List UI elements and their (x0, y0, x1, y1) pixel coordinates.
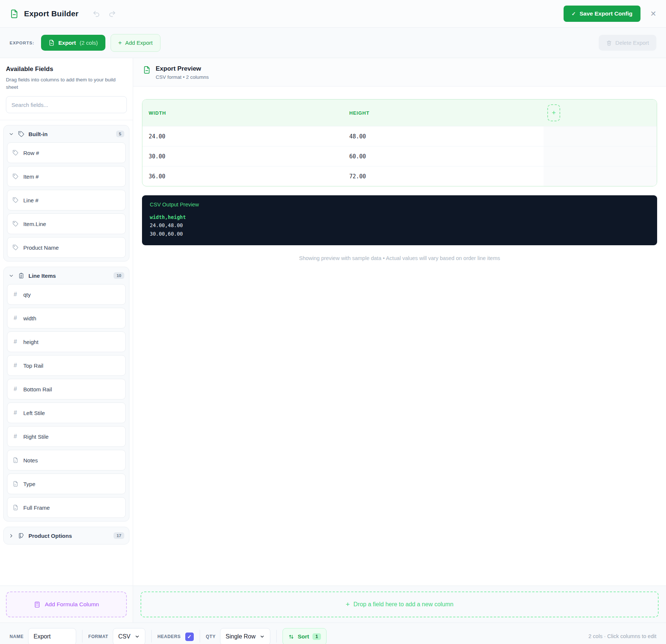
field-item[interactable]: Line # (7, 190, 126, 210)
field-item[interactable]: #Right Stile (7, 426, 126, 447)
format-select[interactable]: CSV (113, 628, 145, 644)
chevron-right-icon (9, 533, 14, 539)
hash-icon: # (12, 386, 18, 392)
export-tab-active[interactable]: Export (2 cols) (41, 35, 105, 51)
section-count-badge: 17 (114, 532, 124, 539)
field-item[interactable]: Item # (7, 166, 126, 187)
field-label: height (23, 339, 38, 345)
chevron-down-icon (9, 273, 14, 279)
field-label: Type (23, 481, 36, 487)
field-label: Row # (23, 150, 39, 156)
delete-export-button[interactable]: Delete Export (599, 35, 656, 51)
add-formula-column-button[interactable]: Add Formula Column (6, 591, 127, 617)
export-preview-panel: Export Preview CSV format • 2 columns WI… (133, 58, 666, 623)
table-row: 36.00 72.00 (142, 166, 657, 186)
headers-checkbox[interactable]: ✓ (185, 633, 194, 641)
field-label: Notes (23, 457, 38, 463)
column-header-width[interactable]: WIDTH (142, 100, 343, 126)
hash-icon: # (12, 362, 18, 369)
preview-caption: Showing preview with sample data • Actua… (142, 255, 657, 261)
csv-line: 24.00,48.00 (150, 221, 649, 229)
section-header-product-options[interactable]: Product Options 17 (4, 527, 129, 544)
section-label: Line Items (28, 273, 56, 279)
section-product-options: Product Options 17 (3, 527, 129, 544)
hash-icon: # (12, 433, 18, 440)
field-item[interactable]: #qty (7, 284, 126, 305)
csv-header-line: width,height (150, 213, 649, 221)
sidebar-title: Available Fields (6, 65, 127, 73)
field-item[interactable]: Full Frame (7, 497, 126, 518)
export-tab-cols: (2 cols) (80, 40, 98, 46)
csv-output-preview: CSV Output Preview width,height 24.00,48… (142, 195, 657, 245)
top-header: Export Builder ✓ Save Export Config ✕ (0, 0, 666, 28)
section-line-items: Line Items 10 #qty #width #height #Top R… (3, 267, 129, 522)
close-icon[interactable]: ✕ (650, 10, 656, 17)
plus-icon: + (346, 600, 350, 608)
divider (82, 630, 82, 643)
preview-title: Export Preview (156, 65, 209, 73)
tag-icon (12, 221, 18, 227)
field-item[interactable]: Item.Line (7, 213, 126, 234)
undo-icon[interactable] (92, 10, 100, 18)
add-export-button[interactable]: + Add Export (111, 34, 160, 52)
table-cell[interactable]: 72.00 (343, 166, 543, 186)
export-settings-bar: NAME FORMAT CSV HEADERS ✓ QTY Single Row (0, 623, 666, 644)
document-icon (10, 9, 19, 18)
table-cell[interactable]: 30.00 (142, 146, 343, 166)
field-label: width (23, 315, 36, 321)
csv-line: 30.00,60.00 (150, 230, 649, 238)
section-header-built-in[interactable]: Built-in 5 (4, 125, 129, 142)
trash-icon (606, 40, 612, 46)
field-item[interactable]: #Bottom Rail (7, 379, 126, 399)
csv-code-block: width,height 24.00,48.00 30.00,60.00 (150, 213, 649, 238)
chevron-down-icon (260, 634, 265, 639)
table-cell[interactable]: 36.00 (142, 166, 343, 186)
plus-icon: + (552, 109, 556, 117)
tag-icon (12, 150, 18, 156)
table-cell[interactable]: 48.00 (343, 127, 543, 146)
field-item[interactable]: #Left Stile (7, 402, 126, 423)
field-item[interactable]: Type (7, 473, 126, 494)
sort-button[interactable]: Sort 1 (283, 628, 327, 644)
table-gutter-cell (544, 127, 657, 146)
field-item[interactable]: #width (7, 308, 126, 328)
document-icon (48, 40, 55, 46)
check-icon: ✓ (187, 634, 192, 640)
field-label: Full Frame (23, 505, 50, 511)
exports-toolbar: EXPORTS: Export (2 cols) + Add Export De… (0, 28, 666, 58)
sidebar-bottom-strip: Add Formula Column (0, 586, 133, 623)
field-item[interactable]: Row # (7, 142, 126, 163)
field-item[interactable]: Product Name (7, 237, 126, 258)
document-icon (143, 66, 151, 75)
preview-content: WIDTH HEIGHT + 24.00 48.00 30.00 60.00 (133, 87, 666, 586)
available-fields-sidebar: Available Fields Drag fields into column… (0, 58, 133, 623)
page-title: Export Builder (24, 9, 78, 18)
add-column-button[interactable]: + (547, 104, 560, 121)
field-label: Bottom Rail (23, 386, 52, 392)
drop-field-zone[interactable]: + Drop a field here to add a new column (141, 591, 659, 617)
tag-icon (18, 131, 24, 137)
field-item[interactable]: #height (7, 331, 126, 352)
field-item[interactable]: #Top Rail (7, 355, 126, 376)
section-count-badge: 10 (114, 272, 124, 279)
check-icon: ✓ (572, 11, 576, 17)
column-header-height[interactable]: HEIGHT (343, 100, 543, 126)
preview-header: Export Preview CSV format • 2 columns (133, 58, 666, 87)
export-builder-app: Export Builder ✓ Save Export Config ✕ EX… (0, 0, 666, 644)
field-label: Top Rail (23, 363, 43, 369)
tag-icon (12, 197, 18, 203)
redo-icon[interactable] (108, 10, 116, 18)
preview-table: WIDTH HEIGHT + 24.00 48.00 30.00 60.00 (142, 99, 657, 186)
plus-icon: + (118, 39, 122, 47)
divider (200, 630, 200, 643)
field-label: Line # (23, 197, 38, 203)
table-cell[interactable]: 60.00 (343, 146, 543, 166)
main-bottom-strip: + Drop a field here to add a new column (133, 586, 666, 623)
field-item[interactable]: Notes (7, 450, 126, 471)
section-header-line-items[interactable]: Line Items 10 (4, 267, 129, 284)
export-name-input[interactable] (28, 628, 76, 644)
qty-select[interactable]: Single Row (220, 628, 270, 644)
search-fields-input[interactable] (6, 96, 127, 113)
save-export-config-button[interactable]: ✓ Save Export Config (564, 6, 641, 22)
table-cell[interactable]: 24.00 (142, 127, 343, 146)
